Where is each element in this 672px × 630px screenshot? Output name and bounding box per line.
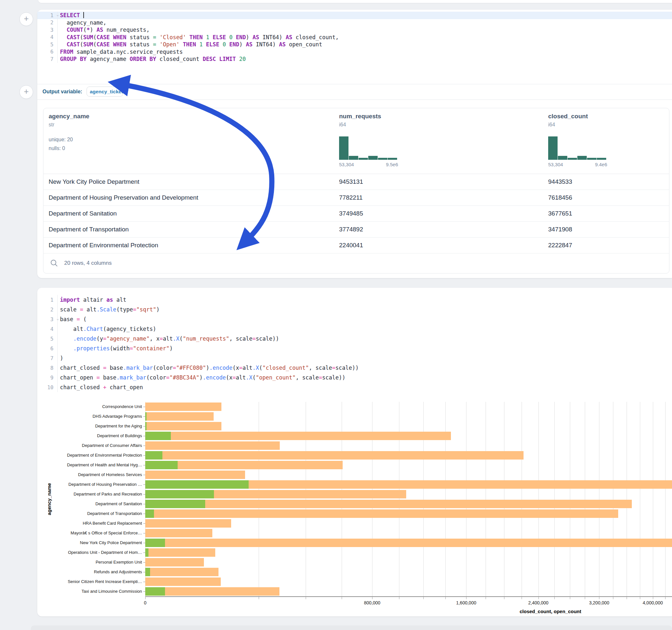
- gridline: [585, 402, 585, 597]
- table-cell: 3471908: [548, 222, 572, 237]
- table-row[interactable]: New York City Police Department945313194…: [44, 174, 669, 190]
- bar-closed-count: [145, 441, 280, 450]
- table-cell: Department of Environmental Protection: [49, 238, 158, 253]
- x-tick: [653, 597, 653, 599]
- bar-open-count: [145, 539, 165, 547]
- gutter-separator: [57, 305, 58, 314]
- histogram-bar: [597, 158, 606, 160]
- table-cell: 7618456: [548, 190, 572, 205]
- gutter-separator: [57, 334, 58, 343]
- code-line[interactable]: 2 agency_name,: [37, 19, 672, 27]
- code-line[interactable]: 6FROM sample_data.nyc.service_requests: [37, 48, 672, 56]
- code-line[interactable]: 7GROUP BY agency_name ORDER BY closed_co…: [37, 55, 672, 63]
- y-axis-label: Department of Environmental Protection: [37, 451, 142, 460]
- x-tick: [504, 597, 504, 599]
- search-icon[interactable]: [50, 259, 58, 267]
- code-line[interactable]: 8chart_closed = base.mark_bar(color="#FF…: [37, 363, 672, 373]
- line-number: 2: [37, 20, 55, 26]
- code-line[interactable]: 5 CAST(SUM(CASE WHEN status = 'Open' THE…: [37, 41, 672, 48]
- table-row[interactable]: Department of Environmental Protection22…: [44, 238, 669, 253]
- histogram-bar: [368, 156, 378, 160]
- code-line[interactable]: 3 COUNT(*) AS num_requests,: [37, 26, 672, 34]
- code-line[interactable]: 4 CAST(SUM(CASE WHEN status = 'Closed' T…: [37, 34, 672, 41]
- code-line[interactable]: 7): [37, 353, 672, 363]
- code-line[interactable]: 10chart_closed + chart_open: [37, 382, 672, 392]
- line-number: 4: [37, 326, 55, 332]
- divider: [37, 99, 672, 100]
- previous-cell-edge: [38, 0, 672, 3]
- sql-code-editor[interactable]: 1⌄SELECT 2 agency_name,3 COUNT(*) AS num…: [37, 12, 672, 63]
- code-line[interactable]: 1import altair as alt: [37, 295, 672, 305]
- x-axis-label: 3,200,000: [580, 600, 619, 605]
- y-axis-label: Department for the Aging: [37, 421, 142, 431]
- add-cell-button[interactable]: +: [20, 85, 33, 99]
- column-header-agency_name[interactable]: agency_namestrunique: 20nulls: 0: [49, 108, 146, 174]
- gridline: [599, 402, 599, 597]
- add-cell-button[interactable]: +: [20, 12, 33, 26]
- column-header-num_requests[interactable]: num_requestsi6453,3049.5e6: [339, 108, 436, 174]
- bar-closed-count: [145, 539, 672, 547]
- column-stat: nulls: 0: [49, 146, 65, 151]
- table-row[interactable]: Department of Sanitation37494853677651: [44, 206, 669, 222]
- gutter-separator: [57, 373, 58, 382]
- gridline: [306, 402, 306, 597]
- column-type: i64: [339, 122, 346, 128]
- bar-open-count: [145, 461, 178, 469]
- table-footer: 20 rows, 4 columns: [44, 253, 669, 273]
- code-line[interactable]: 1⌄SELECT: [37, 12, 672, 19]
- x-axis-label: 800,000: [353, 600, 391, 605]
- gridline: [372, 402, 373, 597]
- result-table: agency_namestrunique: 20nulls: 0num_requ…: [43, 108, 669, 273]
- code-line[interactable]: 3⌄base = (: [37, 314, 672, 324]
- bar-open-count: [145, 568, 150, 576]
- gridline: [466, 402, 466, 597]
- gridline: [486, 402, 486, 597]
- y-axis-label: Department of Health and Mental Hyg…: [37, 460, 142, 470]
- bar-open-count: [145, 432, 171, 440]
- histogram-bar: [558, 156, 567, 160]
- gridline: [423, 402, 424, 597]
- table-cell: 9443533: [548, 174, 572, 190]
- bar-closed-count: [145, 451, 524, 460]
- gutter-separator: [57, 41, 58, 48]
- line-number: 7: [37, 56, 55, 62]
- x-tick: [372, 597, 373, 599]
- table-row[interactable]: Department of Transportation377489234719…: [44, 222, 669, 238]
- x-tick: [627, 597, 627, 599]
- code-line[interactable]: 5 .encode(y="agency_name", x=alt.X("num_…: [37, 334, 672, 343]
- code-line[interactable]: 6 .properties(width="container"): [37, 343, 672, 353]
- gridline: [342, 402, 342, 597]
- code-text: CAST(SUM(CASE WHEN status = 'Open' THEN …: [55, 41, 322, 48]
- line-number: 1: [37, 297, 55, 303]
- x-tick: [342, 597, 342, 599]
- table-cell: Department of Sanitation: [49, 206, 117, 221]
- table-cell: 3749485: [339, 206, 363, 221]
- code-text: ): [55, 355, 63, 361]
- code-text: agency_name,: [55, 20, 106, 26]
- output-variable-pill[interactable]: agency_tickets: [87, 87, 123, 97]
- gutter-separator: [57, 12, 58, 19]
- code-line[interactable]: 4 alt.Chart(agency_tickets): [37, 324, 672, 334]
- column-header-closed_count[interactable]: closed_counti6453,3049.4e6: [548, 108, 645, 174]
- bar-closed-count: [145, 500, 632, 508]
- gridline: [554, 402, 555, 597]
- python-code-editor[interactable]: 1import altair as alt2scale = alt.Scale(…: [37, 295, 672, 392]
- column-name: num_requests: [339, 113, 381, 120]
- gutter-separator: [57, 314, 58, 324]
- x-axis-line: [145, 596, 672, 597]
- line-number: 8: [37, 365, 55, 371]
- y-axis-label: Taxi and Limousine Commission: [37, 587, 142, 596]
- code-line[interactable]: 9chart_open = base.mark_bar(color="#8BC3…: [37, 373, 672, 382]
- x-axis-label: 2,400,000: [519, 600, 558, 605]
- table-row[interactable]: Department of Housing Preservation and D…: [44, 190, 669, 206]
- bar-open-count: [145, 548, 148, 557]
- histogram-bar: [577, 156, 587, 160]
- bar-closed-count: [145, 587, 280, 596]
- notebook-page: { "ui": { "add_cell_label": "+", "output…: [0, 0, 672, 630]
- x-tick: [640, 597, 640, 599]
- sql-cell: 1⌄SELECT 2 agency_name,3 COUNT(*) AS num…: [37, 10, 672, 278]
- code-line[interactable]: 2scale = alt.Scale(type="sqrt"): [37, 305, 672, 314]
- gutter-separator: [57, 353, 58, 363]
- x-tick: [306, 597, 306, 599]
- y-axis-label: Department of Consumer Affairs: [37, 441, 142, 451]
